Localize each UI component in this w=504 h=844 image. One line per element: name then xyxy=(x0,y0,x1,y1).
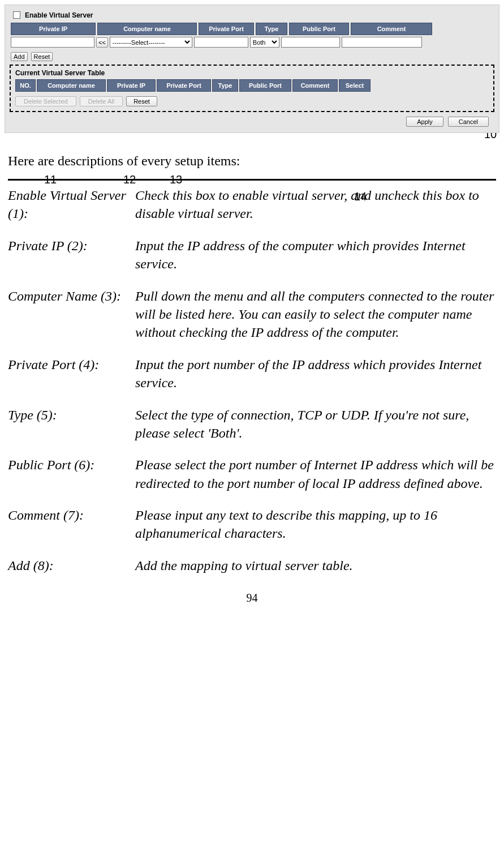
table-header-comment: Comment xyxy=(292,79,338,92)
table-reset-button[interactable]: Reset xyxy=(126,96,157,106)
description-row: Type (5):Select the type of connection, … xyxy=(8,406,496,443)
private-ip-input[interactable] xyxy=(11,37,94,48)
header-private-ip: Private IP xyxy=(11,23,96,35)
enable-virtual-server-checkbox[interactable] xyxy=(13,11,20,19)
add-button[interactable]: Add xyxy=(11,52,28,61)
table-header-no: NO. xyxy=(15,79,36,92)
description-label: Enable Virtual Server (1): xyxy=(8,186,135,223)
description-row: Add (8):Add the mapping to virtual serve… xyxy=(8,556,496,575)
virtual-server-panel: Enable Virtual Server Private IP Compute… xyxy=(5,5,499,133)
description-row: Private IP (2):Input the IP address of t… xyxy=(8,237,496,273)
description-label: Private IP (2): xyxy=(8,237,135,273)
callout-13: 13 xyxy=(170,173,182,186)
description-text: Input the port number of the IP address … xyxy=(135,355,496,392)
description-text: Please select the port number of Interne… xyxy=(135,456,496,492)
table-header-select: Select xyxy=(339,79,371,92)
public-port-input[interactable] xyxy=(281,37,340,48)
description-label: Private Port (4): xyxy=(8,355,135,392)
type-select[interactable]: Both xyxy=(250,37,279,48)
header-comment: Comment xyxy=(351,23,432,35)
description-label: Add (8): xyxy=(8,556,135,575)
current-virtual-server-table: Current Virtual Server Table NO. Compute… xyxy=(10,65,494,112)
description-label: Computer Name (3): xyxy=(8,287,135,342)
description-label: Type (5): xyxy=(8,406,135,443)
delete-all-button: Delete All xyxy=(80,96,123,106)
description-text: Check this box to enable virtual server,… xyxy=(135,186,496,223)
description-text: Add the mapping to virtual server table. xyxy=(135,556,496,575)
description-text: Please input any text to describe this m… xyxy=(135,506,496,543)
table-header-private-port: Private Port xyxy=(157,79,211,92)
header-computer-name: Computer name xyxy=(97,23,197,35)
computer-name-select[interactable]: ---------Select-------- xyxy=(110,37,192,48)
input-row: << ---------Select-------- Both xyxy=(11,37,493,48)
description-row: Comment (7):Please input any text to des… xyxy=(8,506,496,543)
reset-button[interactable]: Reset xyxy=(31,52,53,61)
input-column-headers: Private IP Computer name Private Port Ty… xyxy=(11,23,493,35)
intro-text: Here are descriptions of every setup ite… xyxy=(8,153,496,169)
comment-input[interactable] xyxy=(342,37,422,48)
divider xyxy=(8,179,496,181)
table-header-private-ip: Private IP xyxy=(107,79,156,92)
description-row: Computer Name (3):Pull down the menu and… xyxy=(8,287,496,342)
table-title: Current Virtual Server Table xyxy=(15,69,489,77)
description-label: Comment (7): xyxy=(8,506,135,543)
callout-11: 11 xyxy=(44,173,57,186)
document-body: Here are descriptions of every setup ite… xyxy=(0,133,504,605)
delete-selected-button: Delete Selected xyxy=(15,96,76,106)
header-private-port: Private Port xyxy=(199,23,254,35)
header-type: Type xyxy=(256,23,287,35)
enable-virtual-server-label: Enable Virtual Server xyxy=(25,11,93,19)
callout-12: 12 xyxy=(123,173,136,186)
description-text: Pull down the menu and all the computers… xyxy=(135,287,496,342)
description-row: Enable Virtual Server (1):Check this box… xyxy=(8,186,496,223)
page-number: 94 xyxy=(8,592,496,605)
description-text: Input the IP address of the computer whi… xyxy=(135,237,496,273)
cancel-button[interactable]: Cancel xyxy=(448,117,489,127)
table-header-type: Type xyxy=(212,79,238,92)
table-header-computer-name: Computer name xyxy=(37,79,106,92)
description-row: Private Port (4):Input the port number o… xyxy=(8,355,496,392)
description-label: Public Port (6): xyxy=(8,456,135,492)
shift-left-button[interactable]: << xyxy=(96,37,108,48)
description-row: Public Port (6):Please select the port n… xyxy=(8,456,496,492)
table-header-public-port: Public Port xyxy=(239,79,291,92)
header-public-port: Public Port xyxy=(289,23,349,35)
apply-button[interactable]: Apply xyxy=(406,117,443,127)
private-port-input[interactable] xyxy=(194,37,248,48)
callout-14: 14 xyxy=(354,190,367,203)
description-text: Select the type of connection, TCP or UD… xyxy=(135,406,496,443)
